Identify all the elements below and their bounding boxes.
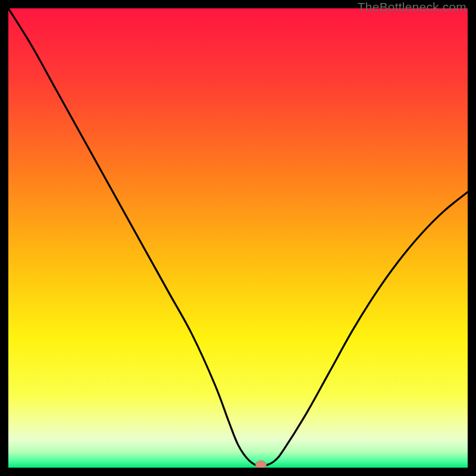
chart-container: TheBottleneck.com [0, 0, 476, 476]
watermark-label: TheBottleneck.com [358, 0, 466, 14]
bottleneck-curve [8, 8, 468, 468]
optimal-point-marker [256, 461, 267, 468]
plot-area [8, 8, 468, 468]
